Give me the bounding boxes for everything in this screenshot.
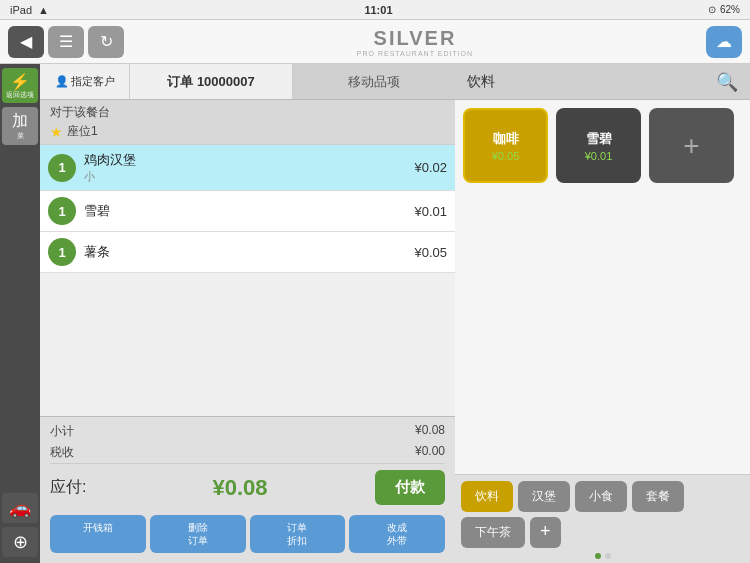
item-qty: 1	[48, 238, 76, 266]
assign-customer-button[interactable]: 👤 指定客户	[40, 64, 130, 99]
carrier-label: iPad	[10, 4, 32, 16]
logo-sub: PRO RESTAURANT EDITION	[357, 50, 473, 57]
tab-drinks[interactable]: 饮料	[461, 481, 513, 512]
sidebar-item-add[interactable]: 加 菜	[2, 107, 38, 144]
order-header: 👤 指定客户 订单 10000007 移动品项	[40, 64, 455, 100]
total-row: 应付: ¥0.08 付款	[50, 463, 445, 511]
menu-card-sprite[interactable]: 雪碧 ¥0.01	[556, 108, 641, 183]
transfer-icon: 🚗	[9, 497, 31, 519]
tab-snack[interactable]: 小食	[575, 481, 627, 512]
item-qty: 1	[48, 197, 76, 225]
status-left: iPad ▲	[10, 4, 49, 16]
item-price: ¥0.02	[414, 160, 447, 175]
order-discount-button[interactable]: 订单 折扣	[250, 515, 346, 553]
main-content: ⚡ 返回选项 加 菜 🚗 ⊕ 👤 指定客户 订单 10000007 移动品项	[0, 64, 750, 563]
order-item[interactable]: 1 薯条 ¥0.05	[40, 232, 455, 273]
add-item-icon: 加	[12, 111, 28, 132]
sprite-name: 雪碧	[586, 130, 612, 148]
back-icon: ◀	[20, 32, 32, 51]
category-tabs: 饮料 汉堡 小食 套餐 下午茶 +	[455, 474, 750, 563]
person-icon: 👤	[55, 75, 69, 88]
order-number: 订单 10000007	[130, 64, 293, 99]
item-qty: 1	[48, 154, 76, 182]
item-price: ¥0.05	[414, 245, 447, 260]
page-indicator	[461, 553, 744, 559]
star-icon: ★	[50, 124, 63, 140]
sidebar-item-transfer[interactable]: 🚗	[2, 493, 38, 523]
search-icon[interactable]: 🔍	[716, 71, 738, 93]
app-logo: SILVER PRO RESTAURANT EDITION	[357, 27, 473, 57]
right-panel: 饮料 🔍 咖啡 ¥0.05 雪碧 ¥0.01 + 饮料 汉堡 小食 套餐	[455, 64, 750, 563]
sidebar-back-label: 返回选项	[6, 91, 34, 99]
coffee-price: ¥0.05	[492, 150, 520, 162]
tax-label: 税收	[50, 444, 74, 461]
order-footer: 小计 ¥0.08 税收 ¥0.00 应付: ¥0.08 付款 开钱箱 删除 订单…	[40, 416, 455, 563]
battery-label: 62%	[720, 4, 740, 15]
action-buttons: 开钱箱 删除 订单 订单 折扣 改成 外带	[50, 511, 445, 559]
menu-icon: ☰	[59, 32, 73, 51]
delete-order-button[interactable]: 删除 订单	[150, 515, 246, 553]
sprite-price: ¥0.01	[585, 150, 613, 162]
cloud-icon: ☁	[716, 32, 732, 51]
add-seat-icon: ⊕	[13, 531, 28, 553]
tax-value: ¥0.00	[415, 444, 445, 461]
sidebar-add-label: 菜	[17, 132, 24, 140]
category-header: 饮料 🔍	[455, 64, 750, 100]
category-tabs-row2: 下午茶 +	[461, 517, 744, 548]
total-amount: ¥0.08	[213, 475, 376, 501]
tab-burger[interactable]: 汉堡	[518, 481, 570, 512]
battery-icon: ⊙	[708, 4, 716, 15]
tax-row: 税收 ¥0.00	[50, 442, 445, 463]
refresh-button[interactable]: ↻	[88, 26, 124, 58]
tab-combo[interactable]: 套餐	[632, 481, 684, 512]
back-orders-icon: ⚡	[10, 72, 30, 91]
takeaway-button[interactable]: 改成 外带	[349, 515, 445, 553]
seat-label: 座位1	[67, 123, 98, 140]
order-number-text: 订单 10000007	[167, 73, 254, 91]
table-info: 对于该餐台 ★ 座位1	[40, 100, 455, 145]
item-name: 鸡肉汉堡	[84, 151, 414, 169]
wifi-icon: ▲	[38, 4, 49, 16]
toolbar: ◀ ☰ ↻ SILVER PRO RESTAURANT EDITION ☁	[0, 20, 750, 64]
cloud-button[interactable]: ☁	[706, 26, 742, 58]
category-tabs-row1: 饮料 汉堡 小食 套餐	[461, 481, 744, 512]
add-item-icon: +	[683, 130, 699, 162]
time-label: 11:01	[364, 4, 392, 16]
open-drawer-button[interactable]: 开钱箱	[50, 515, 146, 553]
add-menu-item-button[interactable]: +	[649, 108, 734, 183]
coffee-name: 咖啡	[493, 130, 519, 148]
add-category-button[interactable]: +	[530, 517, 561, 548]
move-items-button[interactable]: 移动品项	[293, 64, 455, 99]
tab-afternoon-tea[interactable]: 下午茶	[461, 517, 525, 548]
item-sub: 小	[84, 169, 414, 184]
subtotal-value: ¥0.08	[415, 423, 445, 440]
item-info: 鸡肉汉堡 小	[84, 151, 414, 184]
status-right: ⊙ 62%	[708, 4, 740, 15]
total-label: 应付:	[50, 477, 213, 498]
order-items-list: 1 鸡肉汉堡 小 ¥0.02 1 雪碧 ¥0.01 1 薯条 ¥0.05	[40, 145, 455, 416]
assign-customer-label: 指定客户	[71, 74, 115, 89]
item-info: 雪碧	[84, 202, 414, 220]
category-title: 饮料	[467, 73, 495, 91]
sidebar-item-back[interactable]: ⚡ 返回选项	[2, 68, 38, 103]
table-label: 对于该餐台	[50, 104, 445, 121]
menu-button[interactable]: ☰	[48, 26, 84, 58]
refresh-icon: ↻	[100, 32, 113, 51]
order-item[interactable]: 1 雪碧 ¥0.01	[40, 191, 455, 232]
status-bar: iPad ▲ 11:01 ⊙ 62%	[0, 0, 750, 20]
menu-grid: 咖啡 ¥0.05 雪碧 ¥0.01 +	[455, 100, 750, 474]
menu-card-coffee[interactable]: 咖啡 ¥0.05	[463, 108, 548, 183]
order-panel: 👤 指定客户 订单 10000007 移动品项 对于该餐台 ★ 座位1 1	[40, 64, 455, 563]
sidebar-item-add-seat[interactable]: ⊕	[2, 527, 38, 557]
item-name: 薯条	[84, 243, 414, 261]
subtotal-row: 小计 ¥0.08	[50, 421, 445, 442]
item-name: 雪碧	[84, 202, 414, 220]
logo-text: SILVER	[374, 27, 457, 50]
pay-button[interactable]: 付款	[375, 470, 445, 505]
item-info: 薯条	[84, 243, 414, 261]
back-button[interactable]: ◀	[8, 26, 44, 58]
sidebar: ⚡ 返回选项 加 菜 🚗 ⊕	[0, 64, 40, 563]
toolbar-left: ◀ ☰ ↻	[8, 26, 124, 58]
order-item[interactable]: 1 鸡肉汉堡 小 ¥0.02	[40, 145, 455, 191]
move-items-label: 移动品项	[348, 73, 400, 91]
